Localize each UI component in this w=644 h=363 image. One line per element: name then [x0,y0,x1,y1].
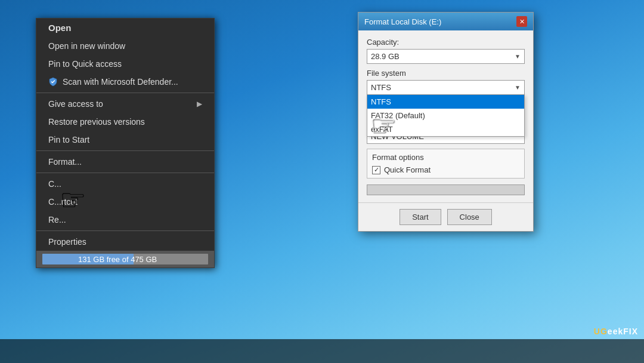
ctx-open[interactable]: Open [36,19,214,37]
ctx-pin-start[interactable]: Pin to Start [36,131,214,149]
filesystem-label: File system [367,69,525,78]
ctx-pin-quick-access[interactable]: Pin to Quick access [36,55,214,73]
filesystem-arrow-icon: ▼ [515,84,521,91]
arrow-right-icon: ▶ [197,100,202,108]
ctx-create-shortcut[interactable]: C...rtcut [36,193,214,211]
filesystem-option-fat32[interactable]: FAT32 (Default) [367,109,524,122]
ctx-restore-versions[interactable]: Restore previous versions [36,113,214,131]
format-options-group: Format options ✓ Quick Format [367,149,525,179]
ctx-copy[interactable]: C... [36,175,214,193]
watermark-suffix: eekFIX [608,327,638,336]
ctx-open-new-window[interactable]: Open in new window [36,37,214,55]
filesystem-dropdown-container: NTFS ▼ NTFS FAT32 (Default) exFAT [367,80,525,95]
taskbar [0,339,644,363]
capacity-arrow-icon: ▼ [515,53,521,60]
filesystem-select[interactable]: NTFS ▼ [367,80,525,95]
dialog-title: Format Local Disk (E:) [364,17,441,26]
separator-4 [36,230,214,231]
ctx-rename[interactable]: Re... [36,211,214,229]
separator-3 [36,173,214,173]
shield-icon [48,77,58,87]
watermark: UGeekFIX [594,327,638,336]
separator-1 [36,93,214,93]
filesystem-dropdown-list: NTFS FAT32 (Default) exFAT [367,95,525,137]
format-dialog: Format Local Disk (E:) ✕ Capacity: 28.9 … [358,12,534,232]
dialog-close-button[interactable]: ✕ [516,16,527,27]
quick-format-row: ✓ Quick Format [372,165,519,174]
capacity-label: Capacity: [367,38,525,47]
quick-format-label: Quick Format [384,165,431,174]
close-button[interactable]: Close [447,209,492,225]
separator-2 [36,150,214,151]
ctx-give-access[interactable]: Give access to ▶ [36,95,214,113]
storage-label: 131 GB free of 475 GB [78,255,157,264]
format-progress-bar [367,184,525,195]
ctx-scan-defender[interactable]: Scan with Microsoft Defender... [36,73,214,91]
capacity-value: 28.9 GB [371,52,400,61]
quick-format-checkbox[interactable]: ✓ [372,166,380,174]
filesystem-option-ntfs[interactable]: NTFS [367,95,524,109]
ctx-format[interactable]: Format... [36,153,214,171]
capacity-select[interactable]: 28.9 GB ▼ [367,49,525,64]
defender-icon-row: Scan with Microsoft Defender... [48,77,178,87]
dialog-footer: Start Close [358,202,533,231]
filesystem-value: NTFS [371,83,391,92]
filesystem-option-exfat[interactable]: exFAT [367,122,524,136]
dialog-titlebar: Format Local Disk (E:) ✕ [358,13,533,30]
watermark-ug: UG [594,327,608,336]
format-options-title: Format options [372,153,519,162]
start-button[interactable]: Start [400,209,441,225]
dialog-body: Capacity: 28.9 GB ▼ File system NTFS ▼ N… [358,30,533,202]
ctx-properties[interactable]: Properties [36,233,214,251]
ctx-status-bar: 131 GB free of 475 GB [36,251,214,267]
context-menu: Open Open in new window Pin to Quick acc… [36,18,215,268]
